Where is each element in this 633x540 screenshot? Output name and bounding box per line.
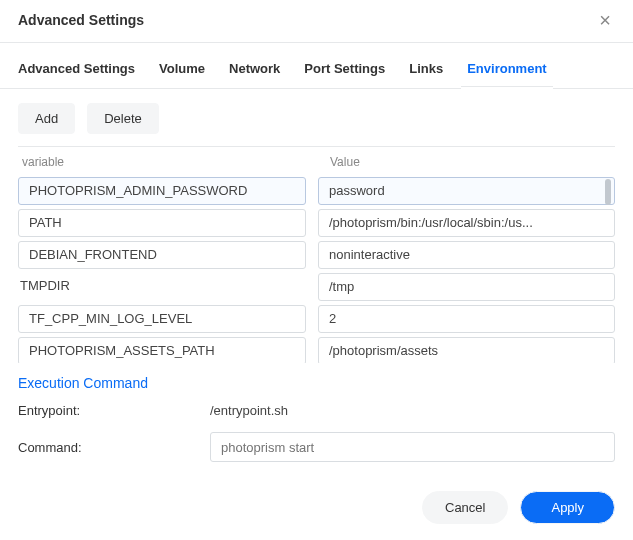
table-row[interactable]: DEBIAN_FRONTEND noninteractive — [18, 241, 615, 269]
tab-advanced-settings[interactable]: Advanced Settings — [18, 57, 135, 80]
delete-button[interactable]: Delete — [87, 103, 159, 134]
env-table-body: PHOTOPRISM_ADMIN_PASSWORD password PATH … — [18, 177, 615, 363]
entrypoint-label: Entrypoint: — [18, 403, 210, 418]
tab-bar: Advanced Settings Volume Network Port Se… — [0, 43, 633, 89]
cancel-button[interactable]: Cancel — [422, 491, 508, 524]
table-row[interactable]: TMPDIR /tmp — [18, 273, 615, 301]
command-label: Command: — [18, 440, 210, 455]
env-variable-input[interactable]: PATH — [18, 209, 306, 237]
table-row[interactable]: PATH /photoprism/bin:/usr/local/sbin:/us… — [18, 209, 615, 237]
execution-command-heading: Execution Command — [18, 375, 615, 391]
env-value-input[interactable]: 2 — [318, 305, 615, 333]
env-variable-input[interactable]: TMPDIR — [18, 273, 306, 301]
column-header-variable: variable — [18, 155, 318, 169]
apply-button[interactable]: Apply — [520, 491, 615, 524]
table-row[interactable]: PHOTOPRISM_ASSETS_PATH /photoprism/asset… — [18, 337, 615, 363]
env-variable-input[interactable]: PHOTOPRISM_ADMIN_PASSWORD — [18, 177, 306, 205]
env-value-input[interactable]: /tmp — [318, 273, 615, 301]
close-icon[interactable]: × — [595, 10, 615, 30]
table-row[interactable]: PHOTOPRISM_ADMIN_PASSWORD password — [18, 177, 615, 205]
table-row[interactable]: TF_CPP_MIN_LOG_LEVEL 2 — [18, 305, 615, 333]
column-header-value: Value — [318, 155, 615, 169]
env-variable-input[interactable]: TF_CPP_MIN_LOG_LEVEL — [18, 305, 306, 333]
command-input[interactable] — [210, 432, 615, 462]
env-value-input[interactable]: password — [318, 177, 615, 205]
add-button[interactable]: Add — [18, 103, 75, 134]
entrypoint-value: /entrypoint.sh — [210, 403, 615, 418]
env-variable-input[interactable]: PHOTOPRISM_ASSETS_PATH — [18, 337, 306, 363]
env-value-input[interactable]: noninteractive — [318, 241, 615, 269]
tab-volume[interactable]: Volume — [159, 57, 205, 80]
tab-port-settings[interactable]: Port Settings — [304, 57, 385, 80]
scrollbar-thumb[interactable] — [605, 179, 611, 205]
env-value-input[interactable]: /photoprism/assets — [318, 337, 615, 363]
env-variable-input[interactable]: DEBIAN_FRONTEND — [18, 241, 306, 269]
dialog-title: Advanced Settings — [18, 12, 144, 28]
tab-links[interactable]: Links — [409, 57, 443, 80]
env-value-input[interactable]: /photoprism/bin:/usr/local/sbin:/us... — [318, 209, 615, 237]
tab-network[interactable]: Network — [229, 57, 280, 80]
tab-environment[interactable]: Environment — [467, 57, 546, 80]
